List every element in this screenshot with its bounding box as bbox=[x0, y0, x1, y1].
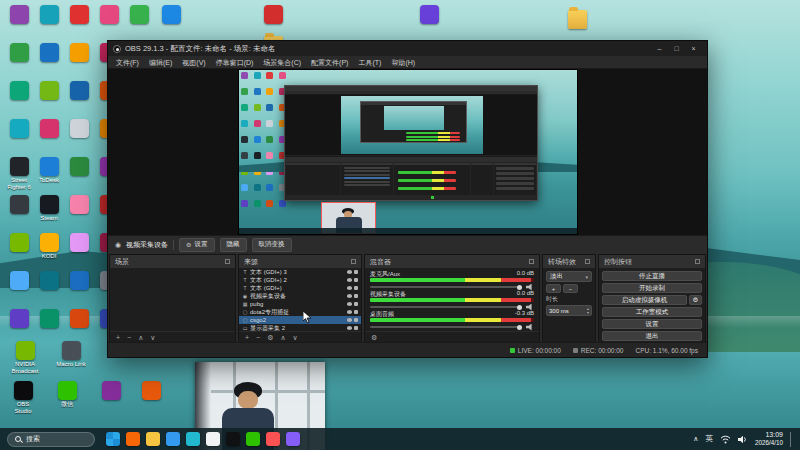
visibility-icon[interactable] bbox=[347, 278, 352, 282]
visibility-icon[interactable] bbox=[347, 286, 352, 290]
desktop-icon[interactable] bbox=[4, 271, 34, 298]
menu-item-7[interactable]: 帮助(H) bbox=[386, 56, 420, 69]
visibility-icon[interactable] bbox=[347, 270, 352, 274]
taskbar-app-icon[interactable] bbox=[246, 432, 260, 446]
desktop-icon[interactable] bbox=[64, 5, 94, 32]
preview-canvas[interactable] bbox=[239, 70, 577, 234]
desktop-icon[interactable] bbox=[64, 119, 94, 146]
desktop-icon[interactable]: Steam bbox=[34, 195, 64, 222]
desktop-icon[interactable] bbox=[34, 5, 64, 32]
taskbar-app-icon[interactable] bbox=[226, 432, 240, 446]
visibility-icon[interactable] bbox=[347, 302, 352, 306]
volume-slider[interactable] bbox=[370, 286, 522, 288]
slider-handle[interactable] bbox=[517, 325, 522, 330]
desktop-icon[interactable] bbox=[64, 81, 94, 108]
desktop-icon[interactable] bbox=[4, 119, 34, 146]
search-box[interactable]: 搜索 bbox=[7, 432, 95, 447]
desktop-icon[interactable] bbox=[34, 43, 64, 70]
exit-button[interactable]: 退出 bbox=[602, 331, 702, 341]
visibility-icon[interactable] bbox=[347, 294, 352, 298]
visibility-icon[interactable] bbox=[347, 318, 352, 322]
settings-button[interactable]: 设置 bbox=[602, 319, 702, 329]
source-hide-button[interactable]: 隐藏 bbox=[220, 238, 247, 252]
dock-popout-icon[interactable] bbox=[351, 259, 356, 264]
source-settings-button[interactable]: ⚙ 设置 bbox=[179, 238, 214, 252]
duration-spinner[interactable]: 300 ms ▴▾ bbox=[546, 305, 592, 316]
desktop-icon[interactable] bbox=[156, 5, 186, 32]
desktop-icon[interactable]: NVIDIA Broadcast bbox=[10, 341, 40, 375]
minimize-button[interactable]: – bbox=[651, 42, 668, 56]
lock-icon[interactable] bbox=[354, 326, 358, 331]
language-indicator[interactable]: 英 bbox=[705, 434, 713, 444]
visibility-icon[interactable] bbox=[347, 310, 352, 314]
desktop-icon[interactable] bbox=[64, 309, 94, 336]
slider-handle[interactable] bbox=[517, 305, 522, 310]
visibility-icon[interactable] bbox=[347, 326, 352, 330]
taskbar-app-icon[interactable] bbox=[266, 432, 280, 446]
menu-item-0[interactable]: 文件(F) bbox=[111, 56, 144, 69]
source-row[interactable]: ▢dota2专用捕捉 bbox=[239, 308, 361, 316]
taskbar-app-icon[interactable] bbox=[206, 432, 220, 446]
menu-item-5[interactable]: 配置文件(P) bbox=[306, 56, 353, 69]
desktop-icon[interactable] bbox=[64, 157, 94, 184]
menu-item-4[interactable]: 场景集合(C) bbox=[258, 56, 306, 69]
desktop-icon[interactable] bbox=[4, 81, 34, 108]
desktop-icon[interactable] bbox=[96, 381, 126, 408]
desktop-icon[interactable]: 微信 bbox=[52, 381, 82, 408]
desktop-icon[interactable] bbox=[34, 81, 64, 108]
desktop-icon[interactable] bbox=[562, 10, 592, 37]
source-row[interactable]: ▭显示器采集 2 bbox=[239, 324, 361, 331]
desktop-icon[interactable] bbox=[64, 271, 94, 298]
menu-item-3[interactable]: 停靠窗口(D) bbox=[211, 56, 259, 69]
desktop-icon[interactable] bbox=[4, 309, 34, 336]
desktop-icon[interactable] bbox=[414, 5, 444, 32]
close-button[interactable]: × bbox=[685, 42, 702, 56]
desktop-icon[interactable] bbox=[4, 233, 34, 260]
slider-handle[interactable] bbox=[517, 285, 522, 290]
desktop-icon[interactable]: OBS Studio bbox=[8, 381, 38, 415]
lock-icon[interactable] bbox=[354, 318, 358, 323]
taskbar-app-icon[interactable] bbox=[286, 432, 300, 446]
lock-icon[interactable] bbox=[354, 302, 358, 307]
taskbar-app-icon[interactable] bbox=[186, 432, 200, 446]
menu-item-2[interactable]: 视图(V) bbox=[177, 56, 210, 69]
desktop-icon[interactable] bbox=[64, 43, 94, 70]
lock-icon[interactable] bbox=[354, 310, 358, 315]
lock-icon[interactable] bbox=[354, 294, 358, 299]
tray-chevron-icon[interactable]: ∧ bbox=[693, 435, 698, 443]
desktop-icon[interactable] bbox=[4, 5, 34, 32]
volume-icon[interactable] bbox=[738, 435, 748, 444]
desktop-icon[interactable]: Street Fighter 6 bbox=[4, 157, 34, 191]
dock-popout-icon[interactable] bbox=[695, 259, 700, 264]
desktop-icon[interactable]: KODI bbox=[34, 233, 64, 260]
speaker-icon[interactable] bbox=[526, 324, 534, 331]
remove-transition-button[interactable]: − bbox=[563, 284, 578, 293]
desktop-icon[interactable] bbox=[136, 381, 166, 408]
menu-item-1[interactable]: 编辑(E) bbox=[144, 56, 177, 69]
studio-mode-button[interactable]: 工作室模式 bbox=[602, 307, 702, 317]
desktop-icon[interactable] bbox=[64, 233, 94, 260]
dock-popout-icon[interactable] bbox=[225, 259, 230, 264]
spin-down-icon[interactable]: ▾ bbox=[587, 311, 589, 315]
desktop-icon[interactable] bbox=[34, 309, 64, 336]
lock-icon[interactable] bbox=[354, 286, 358, 291]
stream-button[interactable]: 停止直播 bbox=[602, 271, 702, 281]
menu-item-6[interactable]: 工具(T) bbox=[353, 56, 386, 69]
taskbar-app-icon[interactable] bbox=[126, 432, 140, 446]
scenes-list[interactable] bbox=[110, 268, 235, 331]
desktop-icon[interactable] bbox=[4, 195, 34, 222]
taskbar-app-icon[interactable] bbox=[146, 432, 160, 446]
record-button[interactable]: 开始录制 bbox=[602, 283, 702, 293]
dock-popout-icon[interactable] bbox=[529, 259, 534, 264]
desktop-icon[interactable]: ToDesk bbox=[34, 157, 64, 184]
mixer-settings-icon[interactable]: ⚙ bbox=[371, 334, 377, 342]
show-desktop-button[interactable] bbox=[790, 432, 793, 447]
clock[interactable]: 13:09 2026/4/10 bbox=[755, 431, 783, 447]
dock-popout-icon[interactable] bbox=[585, 259, 590, 264]
desktop-icon[interactable] bbox=[64, 195, 94, 222]
desktop-icon[interactable] bbox=[258, 5, 288, 32]
source-row[interactable]: ◉视频采集设备 bbox=[239, 292, 361, 300]
source-reset-transform-button[interactable]: 取消变换 bbox=[252, 238, 292, 252]
virtual-camera-settings-button[interactable]: ⚙ bbox=[689, 295, 702, 305]
transition-select[interactable]: 淡出 ▾ bbox=[546, 271, 592, 282]
